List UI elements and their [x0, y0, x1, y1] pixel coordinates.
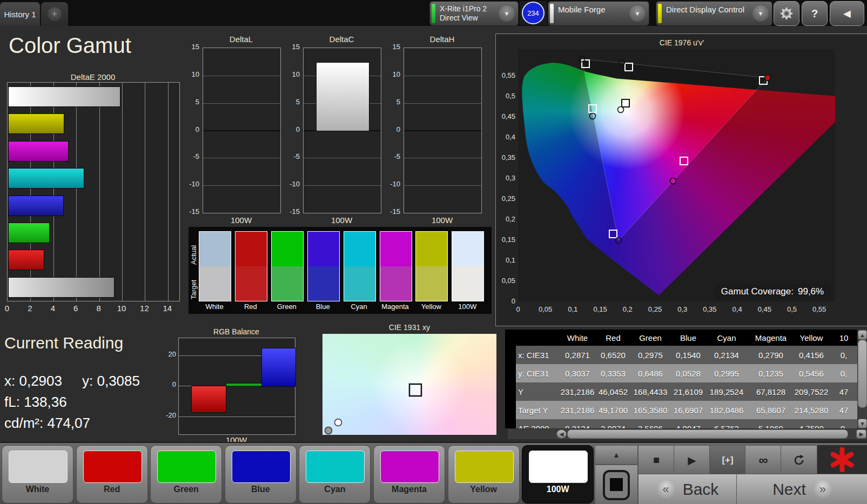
- pattern-list-expand-button[interactable]: ▲: [595, 445, 638, 465]
- table-cell: 3,5696: [630, 419, 670, 428]
- swatch-cyan: [344, 231, 376, 301]
- table-cell: 0,1540: [670, 346, 706, 364]
- back-button[interactable]: « Back: [638, 474, 737, 504]
- cie1976-x-tick: 0,4: [728, 305, 747, 313]
- table-cell: 165,3580: [630, 401, 670, 419]
- table-row-label: Y: [516, 382, 559, 401]
- scroll-up-icon[interactable]: ▲: [858, 330, 867, 340]
- cie1976-x-tick: 0,15: [590, 305, 610, 313]
- pattern-label: Magenta: [374, 485, 445, 494]
- delta-y-tick: 10: [181, 70, 199, 78]
- deltae-bar-gray: [8, 277, 115, 298]
- loop-button[interactable]: [781, 445, 817, 475]
- table-cell: 0,2134: [559, 419, 596, 428]
- display-control-dropdown[interactable]: Direct Display Control ▼: [656, 1, 772, 26]
- target-marker-magenta: [680, 157, 688, 165]
- bottom-bar: ▲ ■ ▶ [+] ∞: [0, 442, 867, 504]
- scroll-down-icon[interactable]: ▼: [858, 419, 867, 428]
- table-vscroll-thumb[interactable]: [858, 340, 867, 408]
- measured-marker-red: [765, 75, 771, 81]
- deltae-x-tick: 12: [136, 304, 152, 313]
- current-reading-x: x: 0,2903: [4, 373, 62, 389]
- source-dropdown[interactable]: Mobile Forge ▼: [548, 1, 649, 26]
- pattern-button-blue[interactable]: Blue: [225, 445, 297, 503]
- stop-all-button[interactable]: [817, 445, 867, 474]
- help-icon: ?: [811, 8, 818, 20]
- cie1976-panel: CIE 1976 u'v' Gamut Coverage: 99,6% 00,0…: [495, 33, 867, 326]
- stop-button[interactable]: ■: [638, 445, 675, 475]
- pattern-button-green[interactable]: Green: [150, 445, 222, 503]
- meter-name: X-Rite i1Pro 2: [440, 4, 487, 14]
- table-horizontal-scrollbar[interactable]: ◀ ▶: [508, 429, 867, 439]
- pattern-button-magenta[interactable]: Magenta: [373, 445, 445, 503]
- table-cell: 231,2186: [559, 401, 596, 419]
- table-row: x: CIE310,28710,65200,29750,15400,21340,…: [516, 346, 857, 364]
- table-cell: 0,2134: [706, 346, 747, 364]
- swatch-actual: [308, 232, 339, 266]
- swatch-target: [344, 266, 375, 301]
- pattern-button-cyan[interactable]: Cyan: [299, 445, 371, 503]
- cie1976-y-tick: 0,3: [497, 174, 515, 182]
- delta-chart-deltah: [404, 48, 482, 213]
- pattern-button-100w[interactable]: 100W: [522, 445, 594, 503]
- gridline: [99, 83, 100, 301]
- rgb-balance-chart: [178, 338, 295, 435]
- stop-icon: ■: [653, 454, 660, 466]
- meter-dropdown[interactable]: X-Rite i1Pro 2 Direct View ▼: [429, 1, 519, 26]
- table-cell: 0,2790: [747, 346, 795, 364]
- add-tab-button[interactable]: +: [41, 2, 68, 26]
- swatch-blue: [307, 231, 340, 301]
- table-hscroll-thumb[interactable]: [567, 429, 848, 439]
- source-status-stripe: [550, 4, 554, 23]
- table-header-cell: White: [559, 330, 596, 346]
- delta-chart-deltac: [303, 48, 381, 213]
- scroll-left-icon[interactable]: ◀: [556, 429, 567, 439]
- tab-history-1[interactable]: History 1: [0, 2, 40, 26]
- table-row: Y231,218646,0452168,443321,6109189,25246…: [516, 382, 857, 401]
- table-cell: 189,2524: [706, 382, 747, 401]
- table-cell: 214,5280: [795, 401, 828, 419]
- plus-icon: +: [48, 7, 62, 21]
- table-row-label: Target Y: [516, 401, 559, 419]
- continuous-measure-button[interactable]: ∞: [745, 445, 782, 475]
- pattern-window-button[interactable]: [595, 465, 638, 504]
- next-button[interactable]: Next »: [736, 474, 867, 504]
- scroll-right-icon[interactable]: ▶: [856, 429, 866, 439]
- pattern-button-yellow[interactable]: Yellow: [448, 445, 520, 503]
- collapse-toolbar-button[interactable]: ◀: [830, 1, 864, 26]
- back-button-label: Back: [683, 480, 719, 499]
- back-chevron-icon: «: [657, 480, 675, 499]
- measured-marker-magenta: [670, 178, 676, 184]
- current-reading-cdm2: cd/m²: 474,07: [4, 415, 90, 432]
- table-cell: 4,0947: [670, 419, 706, 428]
- play-button[interactable]: ▶: [674, 445, 710, 475]
- pattern-button-red[interactable]: Red: [76, 445, 148, 503]
- table-vertical-scrollbar[interactable]: ▲ ▼: [857, 330, 867, 428]
- help-button[interactable]: ?: [802, 1, 828, 26]
- swatch-red: [235, 231, 267, 301]
- deltae-bar-blue: [8, 196, 64, 216]
- reading-count-tile: 234: [520, 1, 547, 25]
- table-cell: 4,7590: [795, 419, 828, 428]
- meter-status-stripe: [432, 4, 435, 23]
- cie1976-y-tick: 0,55: [497, 71, 515, 79]
- table-cell: 6,5763: [706, 419, 747, 428]
- zero-line: [203, 130, 280, 131]
- swatch-green: [271, 231, 304, 301]
- cie1976-x-tick: 0,45: [755, 305, 774, 313]
- pattern-swatch: [157, 451, 216, 483]
- outside-gamut-shade: [522, 59, 835, 295]
- deltae-bar-red: [8, 250, 44, 270]
- pattern-swatch: [455, 451, 514, 483]
- next-button-label: Next: [772, 480, 806, 499]
- single-measure-button[interactable]: [+]: [709, 445, 746, 475]
- deltae-x-tick: 8: [91, 304, 107, 313]
- pattern-button-white[interactable]: White: [2, 445, 73, 503]
- deltae-bar-yellow: [8, 113, 64, 134]
- next-chevron-icon: »: [814, 480, 832, 499]
- delta-bar: [316, 62, 369, 131]
- table-cell: 0,2995: [706, 364, 747, 382]
- settings-button[interactable]: [774, 1, 799, 26]
- cie1976-x-tick: 0,5: [782, 305, 802, 313]
- table-cell: 0,: [828, 419, 857, 428]
